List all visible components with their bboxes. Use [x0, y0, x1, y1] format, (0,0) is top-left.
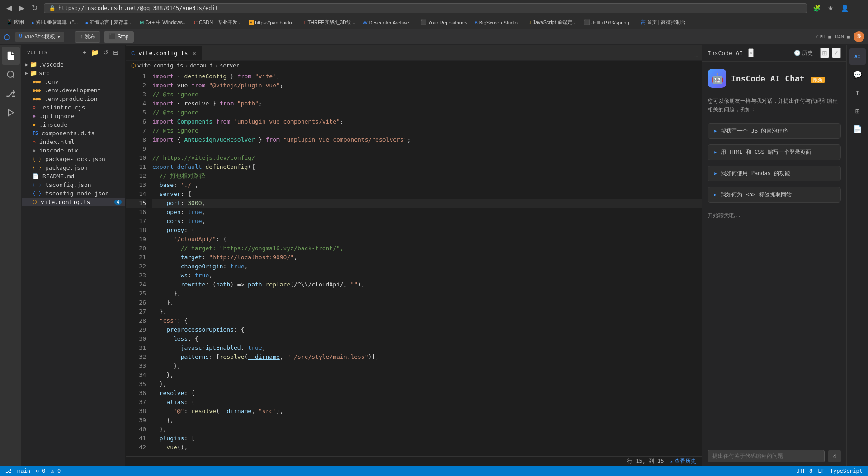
activity-git[interactable]: ⎇ [2, 85, 20, 103]
bookmark-3[interactable]: M C++ 中 Windows... [137, 18, 189, 27]
activity-debug[interactable] [2, 104, 20, 122]
ai-logo: 🤖 [708, 69, 726, 88]
ai-history-button[interactable]: 🕐 历史 [794, 49, 813, 57]
bookmark-favicon-4: C [194, 20, 198, 25]
refresh-explorer-button[interactable]: ↺ [102, 48, 110, 57]
ai-layout-button[interactable]: ⊞ [820, 48, 829, 58]
cpu-label: CPU ■ [816, 34, 831, 40]
breadcrumb-sep-2: › [215, 62, 218, 69]
bookmark-button[interactable]: ★ [826, 4, 836, 13]
bookmark-favicon-6: T [303, 20, 307, 25]
collapse-button[interactable]: ⊟ [112, 48, 120, 57]
code-line-4: import { resolve } from "path"; [152, 99, 702, 108]
code-line-39: }, [152, 416, 702, 425]
ai-suggestion-1[interactable]: ➤ 帮我写一个 JS 的冒泡程序 [708, 123, 841, 139]
rp-layout-button[interactable]: ⊞ [849, 103, 866, 119]
activity-search[interactable] [2, 66, 20, 84]
ai-send-button[interactable]: 4 [828, 450, 841, 462]
code-line-11: export default defineConfig({ [152, 162, 702, 171]
tree-item-package-lock[interactable]: { } package-lock.json [22, 155, 125, 163]
bookmark-11[interactable]: ⬛ JeffLi1993/spring... [581, 19, 636, 26]
history-clock-icon: 🕐 [794, 50, 801, 56]
tree-item-tsconfig-node[interactable]: { } tsconfig.node.json [22, 189, 125, 198]
breadcrumb-server[interactable]: server [220, 62, 239, 69]
folder-icon: 📁 [30, 61, 37, 68]
code-line-23: ws: true, [152, 271, 702, 280]
nix-icon: ◆ [33, 148, 36, 153]
new-folder-button[interactable]: 📁 [90, 48, 100, 57]
history-link[interactable]: ↺ 查看历史 [670, 457, 696, 465]
tree-item-package-json[interactable]: { } package.json [22, 163, 125, 172]
code-content[interactable]: import { defineConfig } from "vite"; imp… [151, 71, 702, 456]
error-count: ⊗ 0 [36, 468, 46, 474]
rp-ai-button[interactable]: AI [849, 48, 866, 65]
back-button[interactable]: ◀ [4, 3, 14, 13]
tree-item-env[interactable]: ●●● .env [22, 77, 125, 86]
ai-panel-action-icons: ⊞ ⤢ [820, 48, 841, 58]
bookmark-apps[interactable]: 📱 应用 [4, 18, 27, 27]
bookmark-12[interactable]: 高 首页 | 高德控制台 [638, 18, 689, 27]
refresh-button[interactable]: ↻ [29, 3, 40, 13]
tree-item-inscode-nix[interactable]: ◆ inscode.nix [22, 146, 125, 155]
tree-item-env-dev[interactable]: ●●● .env.development [22, 86, 125, 95]
forward-button[interactable]: ▶ [16, 3, 27, 13]
tab-more-button[interactable]: ⋯ [691, 53, 702, 60]
tree-item-gitignore[interactable]: ◆ .gitignore [22, 112, 125, 120]
stop-button[interactable]: ⬛ Stop [104, 31, 134, 43]
bookmark-favicon-11: ⬛ [584, 19, 590, 25]
tree-item-eslint[interactable]: ⚙ .eslintrc.cjs [22, 103, 125, 112]
stop-icon: ⬛ [109, 33, 116, 40]
breadcrumb-default[interactable]: default [190, 62, 213, 69]
extensions-button[interactable]: 🧩 [811, 4, 823, 13]
bookmark-4[interactable]: C CSDN - 专业开发... [191, 18, 244, 27]
bookmark-2[interactable]: ● 汇编语言 | 麦存器... [82, 18, 135, 27]
bookmark-5[interactable]: 🅱 https://pan.baidu... [246, 19, 299, 26]
new-file-button[interactable]: + [81, 48, 88, 57]
breadcrumb-file[interactable]: vite.config.ts [137, 62, 183, 69]
json-icon-1: { } [33, 156, 42, 162]
bookmarks-bar: 📱 应用 ● 资讯-番薯啤啡（"... ● 汇编语言 | 麦存器... M C+… [0, 16, 868, 29]
tab-vite-config[interactable]: ⬡ vite.config.ts × [126, 46, 202, 60]
line-col-status: 行 15, 列 15 [627, 457, 664, 465]
tree-item-vite-config[interactable]: ⬡ vite.config.ts 4 [22, 198, 125, 206]
ai-chat-input[interactable] [708, 450, 825, 462]
ai-suggestion-3[interactable]: ➤ 我如何使用 Pandas 的功能 [708, 166, 841, 181]
project-selector[interactable]: V vue3ts模板 ▾ [15, 32, 64, 42]
ai-suggestion-4[interactable]: ➤ 我如何为 <a> 标签抓取网站 [708, 187, 841, 203]
bookmark-7[interactable]: W Devcenter Archive... [360, 19, 416, 26]
profile-button[interactable]: 👤 [839, 4, 851, 13]
tsconfig-icon: { } [33, 182, 42, 188]
tree-item-vscode[interactable]: ▶ 📁 .vscode [22, 60, 125, 69]
address-bar[interactable]: 🔒 https://inscode.csdn.net/@qq_38870145/… [44, 3, 807, 13]
tree-item-inscode[interactable]: ◆ .inscode [22, 120, 125, 129]
rp-translate-button[interactable]: T [849, 85, 866, 101]
activity-explorer[interactable] [2, 47, 20, 65]
tree-item-src[interactable]: ▶ 📁 src [22, 69, 125, 77]
tree-item-tsconfig[interactable]: { } tsconfig.json [22, 181, 125, 189]
bookmark-10[interactable]: J JavaScript 前端定... [526, 18, 579, 27]
rp-chat-button[interactable]: 💬 [849, 67, 866, 83]
ai-panel-close-button[interactable]: × [748, 48, 754, 57]
tab-close-button[interactable]: × [193, 50, 196, 57]
tree-item-components-dts[interactable]: TS components.d.ts [22, 129, 125, 138]
ai-suggestion-2[interactable]: ➤ 用 HTML 和 CSS 编写一个登录页面 [708, 144, 841, 160]
settings-button[interactable]: ⋮ [854, 4, 864, 13]
tree-item-readme[interactable]: 📄 README.md [22, 172, 125, 181]
rp-chat-icon: 💬 [853, 71, 862, 79]
bookmark-6[interactable]: T THREE实战4_3D纹... [301, 18, 358, 27]
user-avatar[interactable]: 我 [854, 31, 864, 42]
tree-item-env-prod[interactable]: ●●● .env.production [22, 95, 125, 103]
bookmark-1[interactable]: ● 资讯-番薯啤啡（"... [28, 18, 80, 27]
bookmark-favicon-9: B [474, 20, 477, 25]
json-icon-2: { } [33, 165, 42, 171]
apps-icon: 📱 [6, 19, 13, 25]
code-line-29: preprocessorOptions: { [152, 325, 702, 334]
bookmark-8[interactable]: ⬛ Your Repositories [418, 19, 470, 26]
folder-collapse-icon-src: ▶ [25, 71, 28, 76]
rp-file-button[interactable]: 📄 [849, 121, 866, 137]
ai-expand-button[interactable]: ⤢ [832, 48, 841, 58]
publish-button[interactable]: ↑ 发布 [75, 31, 100, 43]
tree-item-index-html[interactable]: ◇ index.html [22, 138, 125, 146]
ai-robot-icon: 🤖 [711, 73, 723, 84]
bookmark-9[interactable]: B BigScreen Studio... [472, 19, 524, 26]
